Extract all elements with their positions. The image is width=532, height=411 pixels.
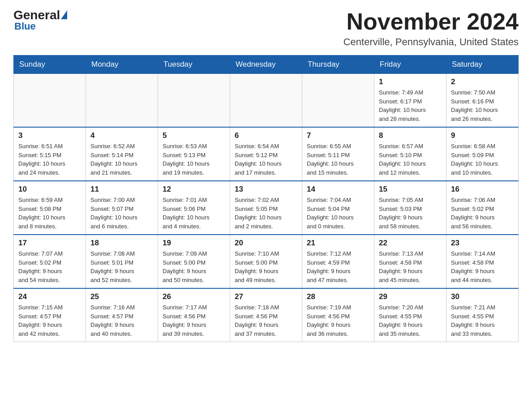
- day-info: Sunrise: 6:51 AM Sunset: 5:15 PM Dayligh…: [18, 142, 81, 177]
- calendar-cell: [230, 74, 302, 128]
- day-number: 3: [18, 131, 81, 140]
- day-info: Sunrise: 7:21 AM Sunset: 4:55 PM Dayligh…: [451, 303, 514, 338]
- calendar-cell: 23Sunrise: 7:14 AM Sunset: 4:58 PM Dayli…: [446, 235, 519, 288]
- calendar-header-row: SundayMondayTuesdayWednesdayThursdayFrid…: [14, 56, 519, 74]
- day-info: Sunrise: 7:04 AM Sunset: 5:04 PM Dayligh…: [307, 196, 369, 231]
- calendar-cell: [14, 74, 86, 128]
- day-info: Sunrise: 7:01 AM Sunset: 5:06 PM Dayligh…: [163, 196, 225, 231]
- day-info: Sunrise: 7:13 AM Sunset: 4:58 PM Dayligh…: [379, 249, 442, 284]
- title-area: November 2024 Centerville, Pennsylvania,…: [343, 9, 519, 48]
- day-info: Sunrise: 7:07 AM Sunset: 5:02 PM Dayligh…: [18, 249, 81, 284]
- day-info: Sunrise: 7:20 AM Sunset: 4:55 PM Dayligh…: [379, 303, 442, 338]
- day-info: Sunrise: 7:06 AM Sunset: 5:02 PM Dayligh…: [451, 196, 514, 231]
- day-number: 2: [451, 77, 514, 86]
- calendar-cell: 2Sunrise: 7:50 AM Sunset: 6:16 PM Daylig…: [446, 74, 519, 128]
- day-number: 6: [235, 131, 297, 140]
- calendar-cell: 26Sunrise: 7:17 AM Sunset: 4:56 PM Dayli…: [158, 288, 230, 342]
- day-number: 15: [379, 185, 442, 194]
- day-number: 13: [235, 185, 297, 194]
- day-number: 22: [379, 239, 442, 248]
- day-info: Sunrise: 6:59 AM Sunset: 5:08 PM Dayligh…: [18, 196, 81, 231]
- col-header-saturday: Saturday: [446, 56, 519, 74]
- calendar-cell: 20Sunrise: 7:10 AM Sunset: 5:00 PM Dayli…: [230, 235, 302, 288]
- calendar-cell: 7Sunrise: 6:55 AM Sunset: 5:11 PM Daylig…: [302, 127, 374, 181]
- calendar-cell: [158, 74, 230, 128]
- calendar-week-row: 24Sunrise: 7:15 AM Sunset: 4:57 PM Dayli…: [14, 288, 519, 342]
- day-info: Sunrise: 7:16 AM Sunset: 4:57 PM Dayligh…: [90, 303, 153, 338]
- calendar-cell: 3Sunrise: 6:51 AM Sunset: 5:15 PM Daylig…: [14, 127, 86, 181]
- calendar-cell: [86, 74, 158, 128]
- calendar-cell: 25Sunrise: 7:16 AM Sunset: 4:57 PM Dayli…: [86, 288, 158, 342]
- calendar-week-row: 1Sunrise: 7:49 AM Sunset: 6:17 PM Daylig…: [14, 74, 519, 128]
- calendar-cell: 24Sunrise: 7:15 AM Sunset: 4:57 PM Dayli…: [14, 288, 86, 342]
- day-number: 8: [379, 131, 442, 140]
- day-number: 29: [379, 292, 442, 301]
- logo-blue-text: Blue: [14, 21, 36, 32]
- calendar-cell: 28Sunrise: 7:19 AM Sunset: 4:56 PM Dayli…: [302, 288, 374, 342]
- col-header-monday: Monday: [86, 56, 158, 74]
- calendar-cell: [302, 74, 374, 128]
- day-number: 4: [90, 131, 153, 140]
- day-number: 16: [451, 185, 514, 194]
- calendar-cell: 16Sunrise: 7:06 AM Sunset: 5:02 PM Dayli…: [446, 181, 519, 235]
- calendar-cell: 1Sunrise: 7:49 AM Sunset: 6:17 PM Daylig…: [374, 74, 446, 128]
- calendar-cell: 15Sunrise: 7:05 AM Sunset: 5:03 PM Dayli…: [374, 181, 446, 235]
- calendar-cell: 17Sunrise: 7:07 AM Sunset: 5:02 PM Dayli…: [14, 235, 86, 288]
- logo-general-text: General: [13, 9, 60, 21]
- calendar-cell: 27Sunrise: 7:18 AM Sunset: 4:56 PM Dayli…: [230, 288, 302, 342]
- day-info: Sunrise: 6:57 AM Sunset: 5:10 PM Dayligh…: [379, 142, 442, 177]
- calendar-week-row: 17Sunrise: 7:07 AM Sunset: 5:02 PM Dayli…: [14, 235, 519, 288]
- col-header-thursday: Thursday: [302, 56, 374, 74]
- day-number: 1: [379, 77, 442, 86]
- day-info: Sunrise: 7:15 AM Sunset: 4:57 PM Dayligh…: [18, 303, 81, 338]
- day-number: 24: [18, 292, 81, 301]
- calendar-table: SundayMondayTuesdayWednesdayThursdayFrid…: [13, 55, 519, 342]
- calendar-cell: 12Sunrise: 7:01 AM Sunset: 5:06 PM Dayli…: [158, 181, 230, 235]
- day-info: Sunrise: 7:14 AM Sunset: 4:58 PM Dayligh…: [451, 249, 514, 284]
- logo-triangle-icon: [61, 10, 67, 19]
- calendar-cell: 5Sunrise: 6:53 AM Sunset: 5:13 PM Daylig…: [158, 127, 230, 181]
- calendar-week-row: 3Sunrise: 6:51 AM Sunset: 5:15 PM Daylig…: [14, 127, 519, 181]
- day-number: 25: [90, 292, 153, 301]
- day-number: 12: [163, 185, 225, 194]
- day-info: Sunrise: 7:05 AM Sunset: 5:03 PM Dayligh…: [379, 196, 442, 231]
- month-title: November 2024: [343, 9, 519, 34]
- calendar-cell: 30Sunrise: 7:21 AM Sunset: 4:55 PM Dayli…: [446, 288, 519, 342]
- day-info: Sunrise: 7:12 AM Sunset: 4:59 PM Dayligh…: [307, 249, 369, 284]
- day-info: Sunrise: 7:50 AM Sunset: 6:16 PM Dayligh…: [451, 88, 514, 123]
- day-number: 17: [18, 239, 81, 248]
- day-number: 11: [90, 185, 153, 194]
- calendar-cell: 29Sunrise: 7:20 AM Sunset: 4:55 PM Dayli…: [374, 288, 446, 342]
- calendar-cell: 18Sunrise: 7:08 AM Sunset: 5:01 PM Dayli…: [86, 235, 158, 288]
- day-info: Sunrise: 7:02 AM Sunset: 5:05 PM Dayligh…: [235, 196, 297, 231]
- col-header-sunday: Sunday: [14, 56, 86, 74]
- day-number: 10: [18, 185, 81, 194]
- logo-area: General Blue: [13, 9, 67, 32]
- calendar-cell: 4Sunrise: 6:52 AM Sunset: 5:14 PM Daylig…: [86, 127, 158, 181]
- day-info: Sunrise: 7:10 AM Sunset: 5:00 PM Dayligh…: [235, 249, 297, 284]
- calendar-cell: 8Sunrise: 6:57 AM Sunset: 5:10 PM Daylig…: [374, 127, 446, 181]
- day-info: Sunrise: 7:19 AM Sunset: 4:56 PM Dayligh…: [307, 303, 369, 338]
- day-number: 28: [307, 292, 369, 301]
- calendar-cell: 6Sunrise: 6:54 AM Sunset: 5:12 PM Daylig…: [230, 127, 302, 181]
- day-number: 7: [307, 131, 369, 140]
- calendar-cell: 9Sunrise: 6:58 AM Sunset: 5:09 PM Daylig…: [446, 127, 519, 181]
- day-info: Sunrise: 6:52 AM Sunset: 5:14 PM Dayligh…: [90, 142, 153, 177]
- day-number: 19: [163, 239, 225, 248]
- day-number: 23: [451, 239, 514, 248]
- day-info: Sunrise: 7:17 AM Sunset: 4:56 PM Dayligh…: [163, 303, 225, 338]
- logo: General: [13, 9, 67, 21]
- calendar-cell: 22Sunrise: 7:13 AM Sunset: 4:58 PM Dayli…: [374, 235, 446, 288]
- day-info: Sunrise: 6:54 AM Sunset: 5:12 PM Dayligh…: [235, 142, 297, 177]
- day-info: Sunrise: 6:58 AM Sunset: 5:09 PM Dayligh…: [451, 142, 514, 177]
- location-title: Centerville, Pennsylvania, United States: [343, 36, 519, 48]
- calendar-cell: 10Sunrise: 6:59 AM Sunset: 5:08 PM Dayli…: [14, 181, 86, 235]
- day-info: Sunrise: 7:49 AM Sunset: 6:17 PM Dayligh…: [379, 88, 442, 123]
- day-number: 27: [235, 292, 297, 301]
- col-header-wednesday: Wednesday: [230, 56, 302, 74]
- header: General Blue November 2024 Centerville, …: [13, 9, 519, 48]
- day-info: Sunrise: 7:18 AM Sunset: 4:56 PM Dayligh…: [235, 303, 297, 338]
- calendar-cell: 11Sunrise: 7:00 AM Sunset: 5:07 PM Dayli…: [86, 181, 158, 235]
- calendar-week-row: 10Sunrise: 6:59 AM Sunset: 5:08 PM Dayli…: [14, 181, 519, 235]
- day-number: 18: [90, 239, 153, 248]
